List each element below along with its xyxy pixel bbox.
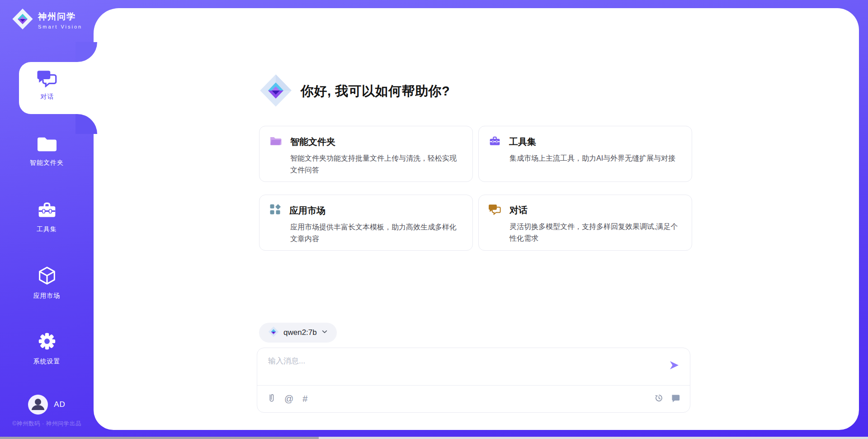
card-desc: 应用市场提供丰富长文本模板，助力高效生成多样化文章内容 [290, 221, 462, 244]
attach-button[interactable] [267, 393, 275, 405]
model-selector[interactable]: qwen2:7b [259, 323, 337, 343]
sidebar-item-smart-folder[interactable]: 智能文件夹 [0, 134, 94, 167]
sidebar-item-app-market[interactable]: 应用市场 [0, 265, 94, 300]
chat-bubbles-icon [37, 81, 58, 89]
card-title: 应用市场 [289, 205, 326, 217]
briefcase-icon [489, 135, 501, 148]
mention-button[interactable]: @ [284, 394, 293, 404]
folder-icon [0, 134, 94, 155]
card-desc: 集成市场上主流工具，助力AI与外界无缝扩展与对接 [509, 153, 682, 164]
copyright-text: ©神州数码 · 神州问学出品 [0, 420, 94, 428]
sidebar-item-chat[interactable]: 对话 [19, 62, 97, 114]
at-icon: @ [284, 394, 293, 404]
chat-bubbles-icon [489, 204, 501, 217]
model-name: qwen2:7b [283, 328, 317, 337]
card-desc: 智能文件夹功能支持批量文件上传与清洗，轻松实现文件问答 [290, 153, 462, 176]
sidebar-item-toolset[interactable]: 工具集 [0, 200, 94, 234]
hash-button[interactable]: # [302, 394, 307, 404]
gear-icon [0, 331, 94, 353]
card-title: 工具集 [509, 136, 536, 148]
sidebar-item-label: 工具集 [0, 225, 94, 234]
card-desc: 灵活切换多模型文件，支持多样回复效果调试,满足个性化需求 [509, 221, 682, 244]
history-icon [654, 393, 664, 404]
brand-subtitle: Smart Vision [38, 24, 82, 29]
history-button[interactable] [654, 393, 664, 404]
sidebar-item-settings[interactable]: 系统设置 [0, 331, 94, 366]
app-root: 你好, 我可以如何帮助你? 智能文件夹 智能文件夹功能支持批量文件上传与清洗，轻… [0, 0, 868, 439]
brand-title: 神州问学 [38, 11, 82, 23]
composer-toolbar: @ # [267, 391, 680, 406]
send-button[interactable] [668, 360, 680, 372]
brand-diamond-icon [259, 74, 292, 109]
comment-icon [671, 394, 680, 404]
scrollbar-thumb[interactable] [0, 437, 319, 439]
horizontal-scrollbar [0, 437, 868, 439]
chevron-down-icon [321, 329, 328, 337]
feature-cards: 智能文件夹 智能文件夹功能支持批量文件上传与清洗，轻松实现文件问答 [259, 126, 692, 251]
avatar [28, 395, 48, 415]
sidebar-item-label: 对话 [19, 93, 75, 101]
apps-grid-icon [269, 204, 281, 217]
message-composer: @ # [257, 348, 690, 413]
paperclip-icon [267, 393, 275, 405]
card-app-market[interactable]: 应用市场 应用市场提供丰富长文本模板，助力高效生成多样化文章内容 [259, 195, 473, 251]
sidebar-item-label: 系统设置 [0, 358, 94, 366]
brand-logo: 神州问学 Smart Vision [12, 8, 82, 32]
model-diamond-icon [268, 326, 279, 339]
card-chat[interactable]: 对话 灵活切换多模型文件，支持多样回复效果调试,满足个性化需求 [478, 195, 692, 251]
brand-diamond-icon [12, 8, 33, 32]
tab-curve-top [75, 42, 97, 62]
send-arrow-icon [669, 365, 679, 372]
card-title: 智能文件夹 [290, 136, 335, 148]
user-name: AD [54, 400, 66, 409]
user-profile[interactable]: AD [0, 395, 94, 415]
greeting-title: 你好, 我可以如何帮助你? [301, 82, 450, 100]
tab-curve-bottom [75, 114, 97, 134]
briefcase-icon [0, 200, 94, 221]
folder-icon [269, 135, 282, 148]
message-input[interactable] [267, 355, 653, 383]
composer-divider [257, 385, 690, 386]
greeting-block: 你好, 我可以如何帮助你? [259, 74, 450, 109]
comment-button[interactable] [671, 394, 680, 404]
card-title: 对话 [509, 204, 528, 216]
main-panel: 你好, 我可以如何帮助你? 智能文件夹 智能文件夹功能支持批量文件上传与清洗，轻… [94, 8, 859, 430]
card-smart-folder[interactable]: 智能文件夹 智能文件夹功能支持批量文件上传与清洗，轻松实现文件问答 [259, 126, 473, 182]
sidebar-item-label: 智能文件夹 [0, 159, 94, 167]
sidebar-item-label: 应用市场 [0, 292, 94, 300]
card-toolset[interactable]: 工具集 集成市场上主流工具，助力AI与外界无缝扩展与对接 [478, 126, 692, 182]
hash-icon: # [302, 394, 307, 404]
cube-icon [0, 265, 94, 288]
